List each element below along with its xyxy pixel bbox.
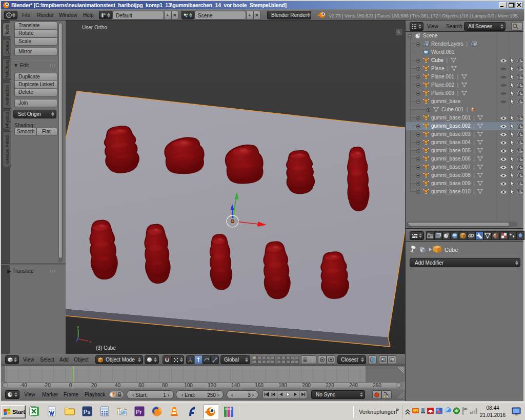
svg-text:y: y (77, 325, 79, 329)
svg-text:User Ortho: User Ortho (82, 25, 107, 30)
svg-text:Pr: Pr (136, 409, 142, 415)
svg-text:+: + (397, 29, 400, 35)
svg-text:Ps: Ps (84, 409, 90, 415)
svg-text:x: x (89, 339, 91, 344)
svg-text:(3) Cube: (3) Cube (96, 345, 116, 351)
svg-text:Cube: Cube (445, 247, 458, 253)
svg-text:ccc: ccc (413, 410, 418, 413)
